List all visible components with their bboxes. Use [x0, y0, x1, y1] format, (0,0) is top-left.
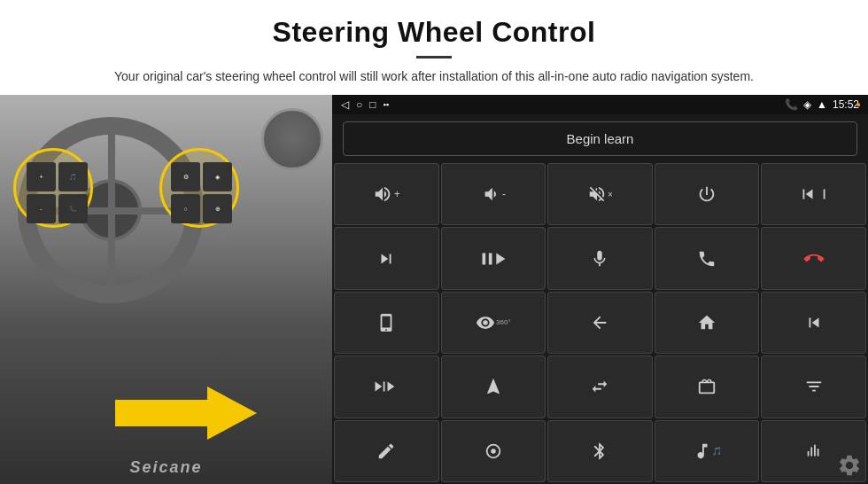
svg-point-0: [483, 320, 488, 325]
wifi-icon: ▲: [817, 98, 827, 111]
phone-icon: 📞: [785, 98, 798, 111]
status-bar-right: 📞 ◈ ▲ 15:52: [785, 98, 859, 111]
settings-corner-button[interactable]: [835, 451, 864, 480]
status-bar-left: ◁ ○ □ ▪▪: [341, 98, 389, 111]
360cam-button[interactable]: 360°: [441, 292, 546, 354]
time-display: 15:52: [833, 98, 859, 111]
radio-button[interactable]: [655, 355, 760, 418]
play-pause-button[interactable]: [441, 227, 546, 289]
status-bar: ◁ ○ □ ▪▪ 📞 ◈ ▲ 15:52: [332, 95, 868, 114]
home-nav-icon[interactable]: ○: [356, 98, 362, 111]
prev-track-button[interactable]: [761, 163, 866, 225]
next-button[interactable]: [334, 227, 439, 289]
signal-icon: ▪▪: [384, 100, 389, 109]
call-button[interactable]: [655, 227, 760, 289]
nav-button[interactable]: [441, 355, 546, 418]
subtitle: Your original car's steering wheel contr…: [97, 67, 771, 86]
svg-rect-5: [814, 444, 816, 456]
fast-forward-button[interactable]: [334, 355, 439, 418]
page-wrapper: Steering Wheel Control Your original car…: [0, 0, 868, 484]
bluetooth-button[interactable]: [547, 420, 653, 482]
eq-button[interactable]: [761, 355, 866, 418]
photo-side: + 🎵 - 📞 ⚙ ◈ ○ ⊕ Seicane: [0, 95, 332, 484]
svg-rect-3: [807, 451, 809, 457]
android-panel: ◁ ○ □ ▪▪ 📞 ◈ ▲ 15:52 Begin learn: [332, 95, 868, 484]
edit-button[interactable]: [334, 420, 439, 482]
title-divider: [416, 56, 452, 59]
mute-button[interactable]: ×: [547, 163, 653, 225]
back-nav-icon[interactable]: ◁: [341, 98, 349, 111]
header-section: Steering Wheel Control Your original car…: [0, 0, 868, 95]
brand-watermark: Seicane: [129, 458, 202, 477]
vol-up-button[interactable]: +: [334, 163, 439, 225]
vol-down-button[interactable]: -: [441, 163, 546, 225]
svg-rect-6: [817, 449, 818, 456]
switch-button[interactable]: [547, 355, 653, 418]
hang-up-button[interactable]: [761, 227, 866, 289]
location-icon: ◈: [803, 98, 811, 111]
controls-grid: + - ×: [332, 163, 868, 484]
recents-nav-icon[interactable]: □: [369, 98, 376, 111]
rewind-button[interactable]: [761, 292, 866, 354]
arrow-indicator: [115, 386, 275, 457]
mic-button[interactable]: [547, 227, 653, 289]
sw-spoke-v: [108, 121, 115, 294]
back-button[interactable]: [547, 292, 653, 354]
record-button[interactable]: [441, 420, 546, 482]
begin-learn-button[interactable]: Begin learn: [343, 121, 857, 156]
music-button[interactable]: 🎵: [655, 420, 760, 482]
content-area: + 🎵 - 📞 ⚙ ◈ ○ ⊕ Seicane: [0, 95, 868, 484]
svg-point-2: [491, 449, 496, 454]
power-button[interactable]: [655, 163, 760, 225]
home-button[interactable]: [655, 292, 760, 354]
source-button[interactable]: ●: [334, 292, 439, 354]
svg-rect-4: [810, 447, 812, 456]
page-title: Steering Wheel Control: [53, 16, 815, 49]
steering-background: + 🎵 - 📞 ⚙ ◈ ○ ⊕ Seicane: [0, 95, 332, 484]
